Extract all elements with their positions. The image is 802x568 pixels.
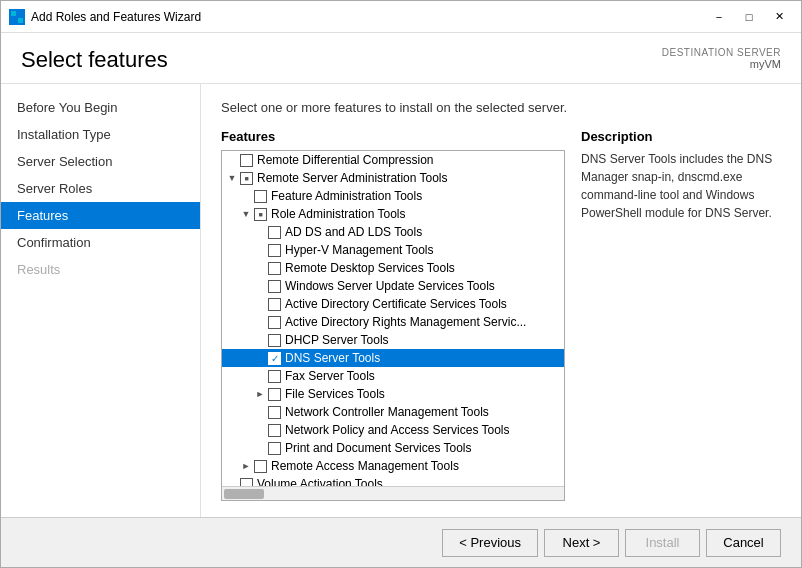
feature-fs[interactable]: ► File Services Tools	[222, 385, 564, 403]
checkbox-wsus[interactable]	[268, 280, 281, 293]
features-scroll[interactable]: Remote Differential Compression ▼ Remote…	[222, 151, 564, 486]
sidebar: Before You Begin Installation Type Serve…	[1, 84, 201, 517]
horizontal-scrollbar[interactable]	[222, 486, 564, 500]
feature-rdc[interactable]: Remote Differential Compression	[222, 151, 564, 169]
checkbox-fat[interactable]	[254, 190, 267, 203]
feature-label-ncm: Network Controller Management Tools	[285, 405, 489, 419]
sidebar-item-results: Results	[1, 256, 200, 283]
feature-label-fs: File Services Tools	[285, 387, 385, 401]
feature-fat[interactable]: Feature Administration Tools	[222, 187, 564, 205]
feature-rsat[interactable]: ▼ Remote Server Administration Tools	[222, 169, 564, 187]
two-pane: Features Remote Differential Compression	[221, 129, 781, 501]
title-bar: Add Roles and Features Wizard − □ ✕	[1, 1, 801, 33]
sidebar-item-features[interactable]: Features	[1, 202, 200, 229]
feature-label-adcs: Active Directory Certificate Services To…	[285, 297, 507, 311]
feature-adrms[interactable]: Active Directory Rights Management Servi…	[222, 313, 564, 331]
checkbox-vat[interactable]	[240, 478, 253, 487]
sidebar-item-confirmation[interactable]: Confirmation	[1, 229, 200, 256]
feature-wsus[interactable]: Windows Server Update Services Tools	[222, 277, 564, 295]
feature-dhcp[interactable]: DHCP Server Tools	[222, 331, 564, 349]
scrollbar-h-thumb[interactable]	[224, 489, 264, 499]
sidebar-item-server-selection[interactable]: Server Selection	[1, 148, 200, 175]
checkbox-rsat[interactable]	[240, 172, 253, 185]
checkbox-npas[interactable]	[268, 424, 281, 437]
features-label: Features	[221, 129, 565, 144]
maximize-button[interactable]: □	[735, 7, 763, 27]
feature-dns[interactable]: DNS Server Tools	[222, 349, 564, 367]
install-button[interactable]: Install	[625, 529, 700, 557]
page-header: Select features DESTINATION SERVER myVM	[1, 33, 801, 84]
feature-ncm[interactable]: Network Controller Management Tools	[222, 403, 564, 421]
feature-ram[interactable]: ► Remote Access Management Tools	[222, 457, 564, 475]
content-description: Select one or more features to install o…	[221, 100, 781, 115]
window-title: Add Roles and Features Wizard	[31, 10, 699, 24]
sidebar-item-before-you-begin[interactable]: Before You Begin	[1, 94, 200, 121]
checkbox-ncm[interactable]	[268, 406, 281, 419]
checkbox-adcs[interactable]	[268, 298, 281, 311]
feature-label-wsus: Windows Server Update Services Tools	[285, 279, 495, 293]
feature-label-rdst: Remote Desktop Services Tools	[285, 261, 455, 275]
checkbox-adrms[interactable]	[268, 316, 281, 329]
sidebar-item-installation-type[interactable]: Installation Type	[1, 121, 200, 148]
expand-rat[interactable]: ▼	[240, 208, 252, 220]
feature-hyper-v[interactable]: Hyper-V Management Tools	[222, 241, 564, 259]
checkbox-dns[interactable]	[268, 352, 281, 365]
close-button[interactable]: ✕	[765, 7, 793, 27]
feature-npas[interactable]: Network Policy and Access Services Tools	[222, 421, 564, 439]
checkbox-fs[interactable]	[268, 388, 281, 401]
svg-rect-3	[18, 18, 23, 23]
svg-rect-2	[11, 18, 16, 23]
feature-rdst[interactable]: Remote Desktop Services Tools	[222, 259, 564, 277]
checkbox-pads[interactable]	[268, 442, 281, 455]
feature-label-fax: Fax Server Tools	[285, 369, 375, 383]
feature-label-adrms: Active Directory Rights Management Servi…	[285, 315, 526, 329]
feature-adcs[interactable]: Active Directory Certificate Services To…	[222, 295, 564, 313]
checkbox-rat[interactable]	[254, 208, 267, 221]
sidebar-item-server-roles[interactable]: Server Roles	[1, 175, 200, 202]
checkbox-hyper-v[interactable]	[268, 244, 281, 257]
feature-adlds[interactable]: AD DS and AD LDS Tools	[222, 223, 564, 241]
feature-vat[interactable]: Volume Activation Tools	[222, 475, 564, 486]
main-content: Before You Begin Installation Type Serve…	[1, 84, 801, 517]
footer: < Previous Next > Install Cancel	[1, 517, 801, 567]
feature-label-rsat: Remote Server Administration Tools	[257, 171, 448, 185]
features-list-container: Remote Differential Compression ▼ Remote…	[221, 150, 565, 501]
feature-label-rat: Role Administration Tools	[271, 207, 406, 221]
window: Add Roles and Features Wizard − □ ✕ Sele…	[0, 0, 802, 568]
content-area: Select one or more features to install o…	[201, 84, 801, 517]
page-title: Select features	[21, 47, 168, 73]
svg-rect-0	[11, 11, 16, 16]
checkbox-ram[interactable]	[254, 460, 267, 473]
expand-ram[interactable]: ►	[240, 460, 252, 472]
description-pane: Description DNS Server Tools includes th…	[581, 129, 781, 501]
feature-label-npas: Network Policy and Access Services Tools	[285, 423, 510, 437]
feature-label-rdc: Remote Differential Compression	[257, 153, 434, 167]
features-pane: Features Remote Differential Compression	[221, 129, 565, 501]
feature-pads[interactable]: Print and Document Services Tools	[222, 439, 564, 457]
checkbox-rdst[interactable]	[268, 262, 281, 275]
destination-server-name: myVM	[662, 58, 781, 70]
feature-label-fat: Feature Administration Tools	[271, 189, 422, 203]
feature-label-dhcp: DHCP Server Tools	[285, 333, 389, 347]
previous-button[interactable]: < Previous	[442, 529, 538, 557]
feature-label-dns: DNS Server Tools	[285, 351, 380, 365]
destination-server: DESTINATION SERVER myVM	[662, 47, 781, 70]
checkbox-rdc[interactable]	[240, 154, 253, 167]
minimize-button[interactable]: −	[705, 7, 733, 27]
feature-label-vat: Volume Activation Tools	[257, 477, 383, 486]
next-button[interactable]: Next >	[544, 529, 619, 557]
description-label: Description	[581, 129, 781, 144]
checkbox-adlds[interactable]	[268, 226, 281, 239]
cancel-button[interactable]: Cancel	[706, 529, 781, 557]
feature-rat[interactable]: ▼ Role Administration Tools	[222, 205, 564, 223]
feature-fax[interactable]: Fax Server Tools	[222, 367, 564, 385]
checkbox-dhcp[interactable]	[268, 334, 281, 347]
expand-rsat[interactable]: ▼	[226, 172, 238, 184]
window-controls: − □ ✕	[705, 7, 793, 27]
feature-label-ram: Remote Access Management Tools	[271, 459, 459, 473]
checkbox-fax[interactable]	[268, 370, 281, 383]
expand-fs[interactable]: ►	[254, 388, 266, 400]
feature-label-adlds: AD DS and AD LDS Tools	[285, 225, 422, 239]
destination-label: DESTINATION SERVER	[662, 47, 781, 58]
svg-rect-1	[18, 11, 23, 16]
